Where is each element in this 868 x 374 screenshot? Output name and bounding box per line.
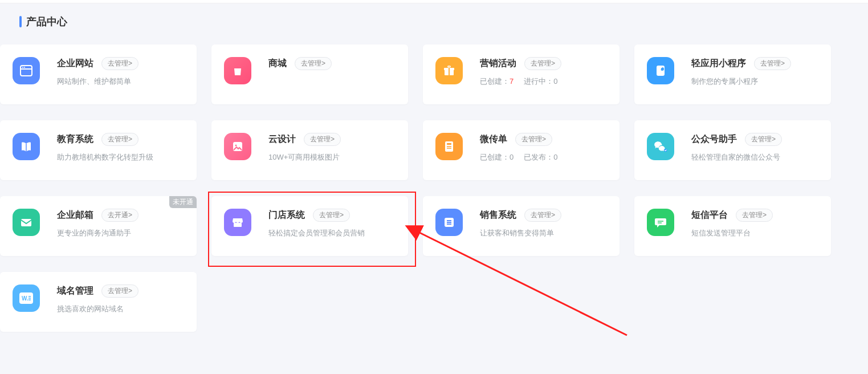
wechat-icon — [647, 133, 674, 160]
svg-rect-0 — [21, 66, 32, 76]
mail-icon — [13, 209, 40, 236]
card-title: 短信平台 — [691, 209, 728, 221]
card-desc: 已创建：7 进行中：0 — [480, 76, 608, 87]
manage-button[interactable]: 去管理> — [304, 133, 341, 146]
book-icon — [13, 133, 40, 160]
manage-button[interactable]: 去管理> — [524, 57, 561, 70]
card-edu[interactable]: 教育系统 去管理> 助力教培机构数字化转型升级 — [0, 120, 197, 180]
svg-point-11 — [235, 145, 237, 147]
svg-text:W.: W. — [22, 295, 28, 302]
card-desc: 轻松搞定会员管理和会员营销 — [268, 227, 397, 239]
list-icon — [435, 209, 463, 236]
card-title: 商城 — [268, 58, 287, 70]
card-wechat[interactable]: 公众号助手 去管理> 轻松管理自家的微信公众号 — [634, 120, 831, 180]
stat-label: 已创建： — [480, 153, 510, 161]
stat-value: 7 — [510, 77, 514, 86]
svg-rect-7 — [657, 66, 665, 76]
card-store[interactable]: 门店系统 去管理> 轻松搞定会员管理和会员营销 — [211, 196, 408, 256]
stat-value: 0 — [553, 153, 557, 161]
manage-button[interactable]: 去管理> — [101, 133, 138, 146]
store-icon — [224, 209, 251, 236]
gift-icon — [435, 57, 463, 84]
miniprogram-icon — [647, 57, 674, 84]
svg-rect-18 — [234, 223, 242, 227]
card-desc: 轻松管理自家的微信公众号 — [691, 152, 820, 163]
leaflet-icon — [435, 133, 463, 160]
card-title: 营销活动 — [480, 58, 516, 70]
card-domain[interactable]: W. 域名管理 去管理> 挑选喜欢的网站域名 — [0, 272, 197, 332]
section-title-bar — [19, 16, 22, 27]
site-icon — [13, 57, 40, 84]
image-icon — [224, 133, 251, 160]
card-desc: 网站制作、维护都简单 — [57, 76, 185, 87]
manage-button[interactable]: 去管理> — [754, 57, 791, 70]
svg-point-2 — [22, 67, 23, 68]
card-title: 域名管理 — [57, 285, 93, 297]
card-leaflet[interactable]: 微传单 去管理> 已创建：0 已发布：0 — [423, 120, 620, 180]
section-title-text: 产品中心 — [26, 15, 67, 29]
page: 产品中心 企业网站 去管理> 网站制作、维护都简单 商城 — [0, 3, 868, 44]
manage-button[interactable]: 去管理> — [101, 284, 138, 298]
manage-button[interactable]: 去管理> — [295, 57, 332, 70]
stat-value: 0 — [510, 153, 514, 161]
card-enterprise-site[interactable]: 企业网站 去管理> 网站制作、维护都简单 — [0, 44, 197, 104]
section-title: 产品中心 — [0, 15, 868, 29]
card-title: 公众号助手 — [691, 133, 737, 145]
card-desc: 10W+可商用模板图片 — [268, 152, 397, 163]
svg-point-3 — [24, 67, 25, 68]
card-title: 门店系统 — [268, 209, 305, 221]
stat-value: 0 — [553, 77, 557, 86]
card-title: 云设计 — [268, 133, 296, 145]
manage-button[interactable]: 去管理> — [745, 133, 782, 146]
card-title: 企业网站 — [57, 58, 93, 70]
card-mail[interactable]: 未开通 企业邮箱 去开通> 更专业的商务沟通助手 — [0, 196, 197, 256]
svg-rect-13 — [447, 143, 451, 145]
card-sales[interactable]: 销售系统 去管理> 让获客和销售变得简单 — [423, 196, 620, 256]
manage-button[interactable]: 去管理> — [736, 209, 773, 222]
activate-button[interactable]: 去开通> — [101, 209, 138, 222]
svg-point-16 — [664, 149, 667, 152]
card-clouddesign[interactable]: 云设计 去管理> 10W+可商用模板图片 — [211, 120, 408, 180]
card-desc: 已创建：0 已发布：0 — [480, 152, 608, 163]
card-miniprogram[interactable]: 轻应用小程序 去管理> 制作您的专属小程序 — [634, 44, 831, 104]
stat-label: 已创建： — [480, 77, 510, 86]
card-title: 企业邮箱 — [57, 209, 93, 221]
card-desc: 助力教培机构数字化转型升级 — [57, 152, 185, 163]
card-title: 轻应用小程序 — [691, 58, 746, 70]
card-title: 教育系统 — [57, 133, 93, 145]
card-marketing[interactable]: 营销活动 去管理> 已创建：7 进行中：0 — [423, 44, 620, 104]
card-desc: 制作您的专属小程序 — [691, 76, 820, 87]
manage-button[interactable]: 去管理> — [515, 133, 552, 146]
card-desc: 更专业的商务沟通助手 — [57, 227, 185, 239]
card-sms[interactable]: 短信平台 去管理> 短信发送管理平台 — [634, 196, 831, 256]
card-desc: 短信发送管理平台 — [691, 227, 820, 239]
bag-icon — [224, 57, 251, 84]
card-desc: 挑选喜欢的网站域名 — [57, 303, 185, 315]
card-title: 销售系统 — [480, 209, 516, 221]
svg-rect-17 — [21, 219, 31, 226]
chat-icon — [647, 209, 674, 236]
stat-label: 已发布： — [524, 153, 553, 161]
unopened-badge: 未开通 — [169, 196, 197, 208]
card-mall[interactable]: 商城 去管理> — [211, 44, 408, 104]
manage-button[interactable]: 去管理> — [101, 57, 138, 70]
domain-icon: W. — [13, 284, 40, 312]
card-title: 微传单 — [480, 133, 507, 145]
manage-button[interactable]: 去管理> — [313, 209, 350, 222]
card-desc: 让获客和销售变得简单 — [480, 227, 608, 239]
manage-button[interactable]: 去管理> — [524, 209, 561, 222]
stat-label: 进行中： — [524, 77, 553, 86]
